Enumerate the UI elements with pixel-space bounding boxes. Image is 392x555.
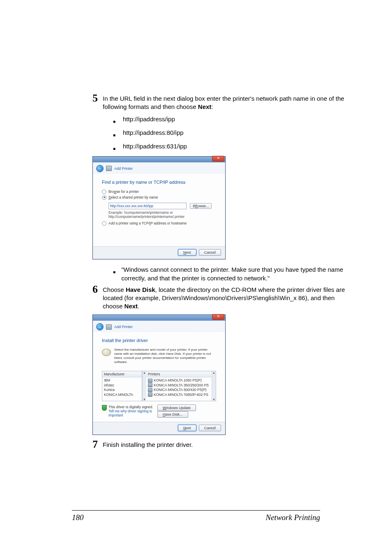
step-6-e: . (138, 303, 139, 310)
step-6-a: Choose (103, 286, 126, 293)
page: 5 In the URL field in the next dialog bo… (0, 0, 392, 555)
option-select-shared[interactable]: Select a shared printer by name (102, 195, 216, 200)
page-number: 180 (72, 513, 84, 522)
printer-url-input[interactable]: http://xxx.xxx.xxx.xxx:80/ipp (108, 203, 187, 209)
list-item[interactable]: KONICA MINOLTA 7085/IP-602 PS (148, 393, 210, 397)
scrollbar[interactable]: ▲▼ (142, 371, 146, 401)
option-tcpip[interactable]: Add a printer using a TCP/IP address or … (102, 221, 216, 226)
accel: N (183, 426, 186, 430)
list-item[interactable]: KONICA MINOLTA 350/250/200 PS (148, 383, 210, 388)
printer-item-icon (148, 383, 152, 387)
step-5-text-a: In the URL field in the next dialog box … (103, 95, 344, 110)
browse-button[interactable]: BRowse... (190, 203, 212, 209)
printer-item-icon (148, 393, 152, 397)
printer-icon (106, 324, 112, 330)
dialog-button-bar: Next Cancel (93, 246, 225, 259)
accel: R (195, 204, 198, 208)
accel: H (163, 412, 166, 416)
radio-icon (102, 190, 106, 194)
cancel-button[interactable]: Cancel (199, 425, 221, 431)
driver-instruction-text: Select the manufacturer and model of you… (114, 348, 216, 364)
bullet-icon (113, 130, 117, 139)
manufacturer-header: Manufacturer (102, 371, 142, 377)
accel: N (183, 250, 186, 254)
step-5-next-bold: Next (198, 103, 212, 110)
option-browse-printer[interactable]: Browse for a printer (102, 190, 216, 194)
bullet-text: http://ipaddress/ipp (123, 115, 175, 125)
bullet-item: http://ipaddress/ipp (113, 115, 351, 125)
have-disk-button[interactable]: Have Disk... (157, 411, 188, 418)
dialog-heading: Install the printer driver (102, 338, 216, 343)
section-title: Network Printing (266, 513, 320, 522)
add-printer-dialog-driver: ✕ ← Add Printer Install the printer driv… (92, 314, 226, 435)
dialog-button-bar: Next Cancel (93, 422, 225, 435)
dialog-title: Add Printer (114, 325, 133, 329)
printer-icon (106, 166, 112, 171)
list-item[interactable]: Konica (104, 388, 140, 392)
bullet-item: http://ipaddress:631/ipp (113, 142, 351, 152)
example-line-1: Example: \\computername\printername or (108, 210, 216, 215)
dialog-header: ← Add Printer (93, 162, 225, 174)
accel: I (150, 221, 150, 225)
list-item[interactable]: KONICA MINOLTA (104, 393, 140, 397)
step-6-next: Next (125, 303, 138, 310)
shield-icon (102, 405, 107, 411)
disc-icon (102, 349, 111, 356)
list-item[interactable]: KONICA MINOLTA 1050 PS(P) (148, 378, 210, 383)
close-button[interactable]: ✕ (212, 156, 224, 162)
list-item[interactable]: infotec (104, 383, 140, 388)
step-5-text: In the URL field in the next dialog box … (103, 95, 351, 111)
windows-update-button[interactable]: Windows Update (157, 405, 196, 411)
bullet-text: http://ipaddress:80/ipp (123, 128, 184, 139)
list-item[interactable]: IBM (104, 378, 140, 383)
step-6-text: Choose Have Disk, locate the directory o… (103, 286, 351, 311)
example-line-2: http://computername/printers/printername… (108, 215, 216, 219)
accel: W (163, 406, 166, 410)
manufacturer-list[interactable]: Manufacturer IBM infotec Konica KONICA M… (102, 371, 142, 401)
bullet-text: http://ipaddress:631/ipp (123, 142, 187, 152)
option-label: Browse for a printer (108, 190, 139, 194)
list-item[interactable]: KONICA MINOLTA 500/420 PS(P) (148, 388, 210, 392)
accel: S (108, 195, 111, 199)
example-text: Example: \\computername\printername or h… (108, 210, 216, 219)
driver-instruction-row: Select the manufacturer and model of you… (102, 348, 216, 364)
step-6-number: 6 (92, 283, 98, 296)
page-footer: 180 Network Printing (72, 510, 320, 522)
printer-item-icon (148, 388, 152, 392)
dialog-titlebar: ✕ (93, 315, 225, 321)
dialog-content: Find a printer by name or TCP/IP address… (93, 174, 225, 246)
next-button[interactable]: Next (178, 425, 196, 431)
step-5-number: 5 (92, 92, 98, 104)
dialog-header: ← Add Printer (93, 321, 225, 332)
printers-header: Printers (146, 371, 212, 377)
bullet-item: http://ipaddress:80/ipp (113, 128, 351, 139)
option-label: Add a printer using a TCP/IP address or … (108, 221, 187, 225)
dialog-content: Install the printer driver Select the ma… (93, 332, 225, 422)
accel: w (114, 190, 116, 194)
signed-text: This driver is digitally signed. (108, 405, 156, 409)
step-7-text: Finish installing the printer driver. (103, 441, 351, 449)
bullet-note: "Windows cannot connect to the printer. … (113, 265, 351, 282)
next-button[interactable]: Next (178, 249, 196, 256)
bullet-icon (113, 143, 117, 152)
signing-link[interactable]: Tell me why driver signing is important (108, 409, 156, 417)
step-6-have-disk: Have Disk (126, 286, 155, 293)
step-7-number: 7 (92, 438, 98, 451)
close-button[interactable]: ✕ (212, 314, 224, 320)
signed-row: This driver is digitally signed. Tell me… (102, 405, 216, 418)
radio-icon-selected (102, 195, 106, 200)
cancel-button[interactable]: Cancel (199, 249, 221, 256)
printers-list[interactable]: Printers KONICA MINOLTA 1050 PS(P) KONIC… (146, 371, 212, 401)
note-text: "Windows cannot connect to the printer. … (121, 265, 351, 282)
dialog-heading: Find a printer by name or TCP/IP address (102, 180, 216, 185)
printer-item-icon (148, 379, 152, 383)
back-button[interactable]: ← (96, 165, 104, 172)
step-5-text-c: : (211, 103, 213, 110)
dialog-title: Add Printer (114, 166, 133, 171)
back-button[interactable]: ← (96, 323, 104, 331)
dialog-titlebar: ✕ (93, 157, 225, 162)
bullet-icon (113, 116, 117, 125)
option-label: Select a shared printer by name (108, 195, 158, 199)
scrollbar[interactable]: ▲▼ (212, 371, 216, 401)
add-printer-dialog-find: ✕ ← Add Printer Find a printer by name o… (92, 156, 226, 259)
